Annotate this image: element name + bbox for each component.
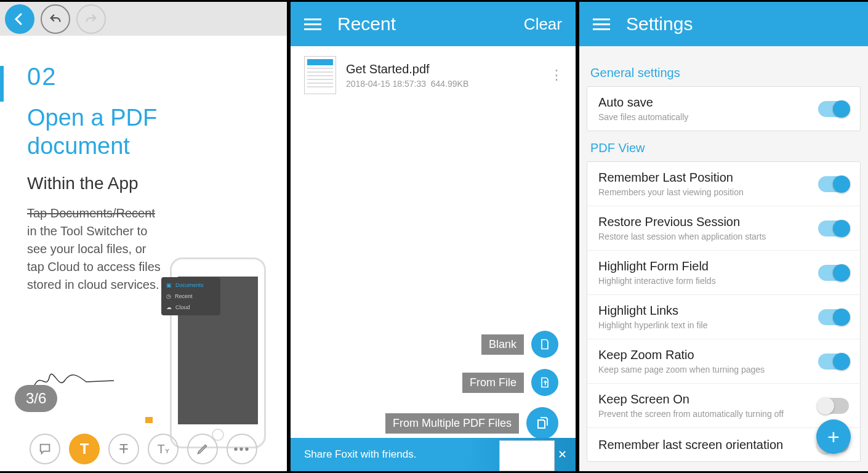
pencil-icon — [196, 442, 209, 456]
recent-title: Recent — [337, 14, 396, 34]
row-highlight-form[interactable]: Highlight Form FieldHighlight interactiv… — [587, 250, 860, 294]
fab-blank-button[interactable] — [531, 331, 558, 358]
row-keep-zoom[interactable]: Keep Zoom RatioKeep same page zoom when … — [587, 339, 860, 383]
toggle-autosave[interactable] — [818, 101, 849, 117]
hamburger-icon — [593, 18, 610, 20]
hamburger-icon — [304, 18, 321, 20]
section-general-label: General settings — [587, 56, 861, 86]
highlight-tool[interactable]: T — [69, 434, 100, 464]
fab-multi-label: From Multiple PDF Files — [385, 413, 519, 434]
comment-icon — [38, 442, 52, 456]
from-file-icon — [539, 376, 551, 389]
add-button[interactable]: + — [816, 419, 851, 454]
settings-header: Settings — [579, 2, 868, 46]
pdf-editor-pane: 02 Open a PDF document Within the App Ta… — [0, 0, 289, 473]
row-keep-screen-on[interactable]: Keep Screen OnPrevent the screen from au… — [587, 383, 860, 427]
share-text: Share Foxit with friends. — [304, 448, 416, 461]
fab-fromfile-button[interactable] — [531, 369, 558, 396]
fab-multi-button[interactable] — [526, 407, 558, 439]
row-restore-session[interactable]: Restore Previous SessionRestore last ses… — [587, 206, 860, 250]
chapter-subtitle: Within the App — [27, 174, 260, 193]
clear-button[interactable]: Clear — [524, 15, 562, 34]
popup-item-recent[interactable]: ◷Recent — [161, 291, 220, 302]
recent-pane: Recent Clear Get Started.pdf 2018-04-15 … — [289, 0, 577, 473]
more-tool[interactable]: ••• — [227, 434, 257, 464]
row-highlight-links[interactable]: Highlight LinksHighlight hyperlink text … — [587, 294, 860, 339]
multi-files-icon — [535, 416, 550, 431]
editor-toolbar — [0, 2, 287, 36]
fab-blank-label: Blank — [481, 334, 524, 355]
fab-fromfile-label: From File — [462, 373, 524, 393]
arrow-left-icon — [12, 12, 27, 26]
row-autosave[interactable]: Auto saveSave files automatically — [587, 87, 860, 131]
redo-button[interactable] — [76, 4, 106, 34]
comment-tool[interactable] — [30, 434, 60, 464]
file-item[interactable]: Get Started.pdf 2018-04-15 18:57:33 644.… — [291, 46, 576, 104]
redo-icon — [84, 12, 98, 26]
toggle-highlight-form[interactable] — [818, 265, 849, 281]
more-icon: ••• — [233, 442, 250, 456]
back-button[interactable] — [5, 4, 34, 34]
strikethrough-icon: T — [119, 441, 127, 457]
blank-page-icon — [539, 338, 551, 350]
toggle-keep-zoom[interactable] — [818, 354, 849, 370]
strikethrough-tool[interactable]: T — [108, 434, 139, 464]
share-banner[interactable]: Share Foxit with friends. ✕ — [291, 438, 576, 471]
file-name: Get Started.pdf — [346, 62, 468, 76]
page-indicator[interactable]: 3/6 — [15, 385, 57, 412]
popup-item-documents[interactable]: ▣Documents — [161, 280, 220, 291]
toggle-remember-position[interactable] — [818, 176, 849, 192]
general-card: Auto saveSave files automatically — [587, 86, 861, 131]
file-details: 2018-04-15 18:57:33 644.99KB — [346, 79, 468, 89]
file-meta: Get Started.pdf 2018-04-15 18:57:33 644.… — [346, 62, 468, 89]
pdfview-card: Remember Last PositionRemembers your las… — [587, 161, 861, 462]
menu-button[interactable] — [304, 18, 321, 30]
close-icon: ✕ — [558, 448, 567, 461]
section-pdfview-label: PDF View — [587, 131, 861, 161]
pdf-thumbnail-icon — [304, 56, 336, 94]
undo-button[interactable] — [41, 4, 70, 34]
document-body: 02 Open a PDF document Within the App Ta… — [0, 36, 287, 430]
toggle-keep-screen-on[interactable] — [818, 398, 849, 414]
share-illustration — [499, 440, 555, 471]
undo-icon — [49, 12, 62, 26]
chapter-number: 02 — [27, 63, 260, 91]
toggle-highlight-links[interactable] — [818, 309, 849, 325]
share-close-button[interactable]: ✕ — [558, 448, 567, 461]
settings-list: General settings Auto saveSave files aut… — [579, 46, 868, 462]
pencil-tool[interactable] — [187, 434, 218, 464]
plus-icon: + — [827, 425, 840, 449]
squiggly-tool[interactable]: Tʏ — [148, 434, 179, 464]
strikethrough-text: Tap Documents/Recent — [27, 206, 155, 220]
fab-menu: Blank From File From Multiple PDF Files — [385, 331, 558, 439]
file-options-button[interactable]: ⋮ — [550, 67, 562, 83]
toggle-restore-session[interactable] — [818, 220, 849, 236]
kebab-icon: ⋮ — [550, 67, 562, 83]
chapter-title: Open a PDF document — [27, 104, 260, 160]
row-remember-position[interactable]: Remember Last PositionRemembers your las… — [587, 162, 860, 206]
note-annotation-icon[interactable] — [145, 417, 153, 423]
recent-header: Recent Clear — [291, 2, 576, 46]
settings-title: Settings — [626, 14, 693, 34]
chapter-paragraph: Tap Documents/Recent in the Tool Switche… — [27, 204, 163, 294]
highlight-icon: T — [80, 440, 89, 458]
menu-button[interactable] — [593, 18, 610, 30]
bottom-toolbar: T T Tʏ ••• — [0, 432, 287, 466]
squiggly-icon: Tʏ — [157, 442, 169, 456]
tool-switcher-popup: ▣Documents ◷Recent ☁Cloud — [161, 277, 220, 315]
settings-pane: Settings General settings Auto saveSave … — [577, 0, 868, 473]
popup-item-cloud[interactable]: ☁Cloud — [161, 302, 220, 313]
